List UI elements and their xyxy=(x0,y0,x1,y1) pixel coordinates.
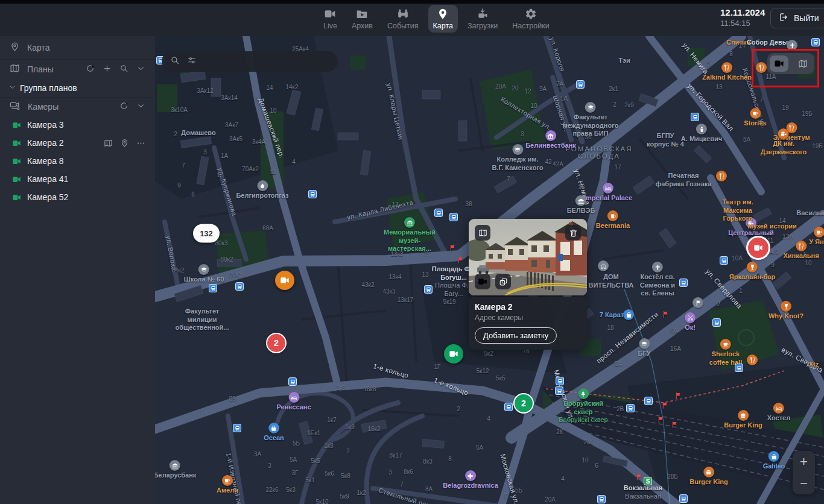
sidebar-item-map[interactable]: Карта xyxy=(0,36,155,60)
refresh-icon[interactable] xyxy=(119,101,128,112)
house-number: 16к2 xyxy=(367,426,380,432)
building-icon xyxy=(598,260,609,271)
sidebar-item-cameras[interactable]: Камеры xyxy=(0,97,155,116)
house-number: 10 xyxy=(530,102,537,109)
bag-icon xyxy=(769,451,779,462)
house-number: 80к3 xyxy=(215,240,227,247)
house-number: 14к2 xyxy=(285,84,298,90)
camera-cluster-marker[interactable]: 132 xyxy=(193,224,220,243)
search-input[interactable] xyxy=(204,57,329,66)
filter-sliders-icon[interactable] xyxy=(187,55,197,68)
sidebar-map-label: Карта xyxy=(27,43,145,52)
sidebar-camera-item[interactable]: Камера 41 xyxy=(0,170,155,188)
poi-label: БГПУкорпус № 4 xyxy=(647,133,684,148)
house-number: 80к1 xyxy=(229,271,241,278)
camera-marker[interactable] xyxy=(444,344,463,364)
poi-label: Мемориальныймузей-мастерская... xyxy=(384,217,436,253)
nav-item-map[interactable]: Карта xyxy=(428,5,458,33)
nav-item-downloads[interactable]: Загрузки xyxy=(463,5,502,33)
camera-icon xyxy=(12,193,21,202)
map-layer-toggle xyxy=(767,53,814,74)
popup-map-button[interactable] xyxy=(475,225,490,241)
transit-stop-icon xyxy=(720,256,728,265)
chevron-down-icon[interactable] xyxy=(136,64,145,75)
camera-count-marker[interactable]: 2 xyxy=(267,334,285,352)
chevron-down-icon[interactable] xyxy=(136,101,145,112)
house-number: 2 xyxy=(346,448,350,455)
popup-live-view-button[interactable] xyxy=(475,274,490,289)
poi-label: Galileo xyxy=(763,451,785,470)
popup-camera-address: Адрес камеры xyxy=(475,313,581,322)
exit-icon xyxy=(779,12,789,24)
map-icon xyxy=(478,228,487,238)
zoom-out-button[interactable]: − xyxy=(793,473,815,494)
transit-stop-icon xyxy=(209,284,217,292)
street-label: Коллекторная ул. xyxy=(499,95,553,131)
poi-label: У Ян... xyxy=(809,227,824,246)
sidebar-item-plans[interactable]: Планы xyxy=(0,60,155,78)
sidebar-camera-item[interactable]: Камера 2 xyxy=(0,134,155,152)
sidebar: Карта Планы Группа планов Камеры Камера xyxy=(0,36,155,504)
house-number: 3Ак14 xyxy=(221,95,238,101)
sidebar-item-plan-group[interactable]: Группа планов xyxy=(0,78,155,97)
camera-item-label: Камера 41 xyxy=(27,174,145,184)
house-number: 1 xyxy=(739,288,743,294)
map-search-bar[interactable] xyxy=(162,51,338,72)
copy-icon xyxy=(499,277,508,286)
camera-icon xyxy=(12,121,21,130)
transit-stop-icon xyxy=(449,213,458,221)
house-number: 2В xyxy=(616,406,624,412)
zoom-in-button[interactable]: + xyxy=(793,451,815,473)
nav-item-settings[interactable]: Настройки xyxy=(507,5,554,33)
street-label: ул. Волоха xyxy=(165,235,178,271)
house-number: 7 xyxy=(400,481,404,488)
house-number: 70Ак2 xyxy=(242,166,259,172)
popup-copy-button[interactable] xyxy=(495,274,511,289)
poi-label: ВокзальнаяВакзальная xyxy=(624,485,663,500)
nav-item-live[interactable]: Live xyxy=(319,5,342,33)
camera-icon xyxy=(12,175,21,184)
house-number: 18 xyxy=(607,324,613,331)
house-number: 5к19 xyxy=(443,298,455,305)
nav-item-events[interactable]: События xyxy=(382,5,423,33)
bank-icon xyxy=(575,195,586,206)
scissors-icon xyxy=(685,312,696,323)
camera-marker[interactable] xyxy=(748,238,769,258)
toggle-map-view-button[interactable] xyxy=(793,55,812,72)
cup-icon xyxy=(720,339,731,350)
add-plan-icon[interactable] xyxy=(103,64,112,75)
sidebar-camera-item[interactable]: Камера 52 xyxy=(0,188,155,206)
house-number: 17 xyxy=(614,164,621,171)
fork-icon xyxy=(747,354,758,365)
house-number: 7А xyxy=(556,81,563,87)
sidebar-camera-item[interactable]: Камера 3 xyxy=(0,116,155,134)
sidebar-camera-item[interactable]: Камера 8 xyxy=(0,152,155,170)
search-icon[interactable] xyxy=(119,64,128,75)
logout-button[interactable]: Выйти xyxy=(770,8,824,28)
poi-label: Костёл св.Симеона исв. Елены xyxy=(640,262,675,297)
add-note-button[interactable]: Добавить заметку xyxy=(475,327,557,344)
camera-item-label: Камера 52 xyxy=(27,192,145,202)
camera-icon xyxy=(12,139,21,148)
refresh-icon[interactable] xyxy=(86,64,95,75)
house-number: 13 xyxy=(422,271,428,278)
poi-label: Ренессанс xyxy=(276,392,311,411)
fork-icon xyxy=(716,171,727,181)
show-on-plan-icon[interactable] xyxy=(104,139,113,148)
camera-marker[interactable] xyxy=(275,271,294,290)
poi-label: Belagrozdravnica xyxy=(443,470,498,490)
house-number: 3 xyxy=(521,131,524,137)
house-number: 5А xyxy=(476,444,483,451)
toggle-camera-view-button[interactable] xyxy=(770,55,788,72)
popup-delete-button[interactable] xyxy=(565,225,581,241)
more-options-icon[interactable] xyxy=(136,139,145,148)
current-date: 12.11.2024 xyxy=(720,7,765,19)
poi-label: Burger King xyxy=(689,467,728,486)
show-on-map-pin-icon[interactable] xyxy=(120,139,129,148)
camera-count-marker[interactable]: 2 xyxy=(515,394,533,412)
house-number: 5к9 xyxy=(340,493,349,500)
poi-label: Хостел xyxy=(767,403,790,422)
map-canvas[interactable]: Домашевский пер.ул. Клары Цеткинул. Карл… xyxy=(155,36,824,504)
poi-label: Музей истории xyxy=(747,223,796,230)
nav-item-archive[interactable]: Архив xyxy=(347,5,378,33)
